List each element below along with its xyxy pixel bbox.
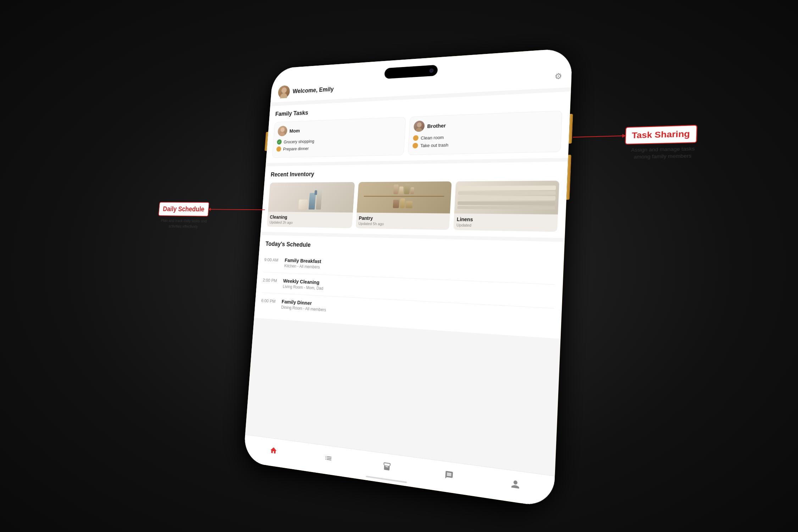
phone-screen: Welcome, Emily ⚙ Family Tasks Mom (243, 48, 572, 508)
pantry-image (356, 181, 452, 213)
task-done-icon: ✓ (277, 139, 282, 145)
schedule-time: 9:00 AM (264, 256, 281, 268)
linen-layer (458, 201, 555, 205)
task-item: Prepare dinner (276, 143, 400, 152)
mom-name: Mom (289, 128, 300, 133)
daily-schedule-title: Daily Schedule (163, 205, 205, 214)
shelf-row (393, 198, 413, 208)
shelf-row (393, 184, 414, 194)
task-pending-icon (413, 135, 419, 141)
linens-update: Updated (456, 223, 554, 229)
jar-icon (400, 198, 405, 208)
inventory-section: Recent Inventory Cleaning Updated 2h ago (261, 161, 568, 238)
tasks-icon (324, 453, 333, 464)
brother-header: Brother (414, 116, 557, 132)
cleaning-card[interactable]: Cleaning Updated 2h ago (267, 182, 355, 228)
daily-schedule-box: Daily Schedule (158, 202, 209, 216)
nav-home[interactable] (269, 445, 278, 455)
header-left: Welcome, Emily (278, 83, 334, 99)
family-tasks-section: Family Tasks Mom ✓ Grocery shopping (266, 92, 571, 163)
nav-tasks[interactable] (324, 453, 333, 464)
inventory-title: Recent Inventory (271, 168, 560, 178)
settings-icon[interactable]: ⚙ (554, 72, 563, 82)
cleaning-update: Updated 2h ago (269, 220, 349, 226)
callout-arrow (209, 209, 265, 210)
callout-arrow (573, 135, 625, 138)
linen-layer (458, 196, 556, 201)
jar-icon (399, 187, 404, 194)
home-icon (269, 445, 278, 455)
mom-header: Mom (277, 121, 401, 136)
task-label: Prepare dinner (283, 146, 309, 151)
spray-bottle-icon (309, 193, 316, 210)
cleaning-info: Cleaning Updated 2h ago (267, 212, 353, 228)
mom-avatar (277, 126, 287, 136)
task-item: Take out trash (412, 139, 556, 148)
pantry-info: Pantry Updated 5h ago (355, 212, 450, 230)
task-item: ✓ Grocery shopping (277, 136, 400, 145)
welcome-text: Welcome, Emily (293, 85, 334, 95)
task-label: Grocery shopping (283, 139, 314, 144)
inventory-grid: Cleaning Updated 2h ago (267, 181, 559, 232)
linens-info: Linens Updated (453, 214, 558, 232)
jar-icon (404, 184, 410, 194)
shelf-divider (364, 196, 444, 196)
cleaning-image (268, 182, 355, 212)
linen-layer (458, 185, 556, 190)
linens-name: Linens (457, 216, 555, 223)
task-sharing-title: Task Sharing (632, 129, 690, 140)
brother-avatar (414, 121, 425, 132)
jar-icon (393, 184, 399, 194)
linen-layer (458, 191, 556, 195)
daily-schedule-callout: Daily Schedule Plan and track daily task… (157, 202, 209, 230)
task-sharing-box: Task Sharing (625, 125, 697, 145)
task-sharing-desc: Assign and manage tasks among family mem… (624, 145, 702, 161)
schedule-section: Today's Schedule 9:00 AM Family Breakfas… (254, 235, 565, 339)
cloth-icon (298, 200, 308, 210)
jar-icon (410, 187, 414, 194)
pantry-name: Pantry (359, 215, 447, 222)
schedule-time: 2:00 PM (262, 277, 279, 289)
phone-scene: Welcome, Emily ⚙ Family Tasks Mom (243, 48, 572, 508)
front-camera (430, 68, 434, 73)
family-tasks-grid: Mom ✓ Grocery shopping Prepare dinner (272, 111, 562, 158)
pantry-update: Updated 5h ago (358, 221, 447, 227)
avatar (278, 85, 290, 99)
linen-layer (458, 206, 555, 210)
jar-icon (393, 200, 399, 208)
daily-schedule-desc: Plan and track daily tasks and activitie… (159, 218, 208, 230)
linens-image (454, 181, 559, 214)
linens-card[interactable]: Linens Updated (453, 181, 559, 232)
pantry-card[interactable]: Pantry Updated 5h ago (355, 181, 451, 230)
task-label: Clean room (421, 134, 444, 140)
brother-name: Brother (427, 122, 446, 129)
jar-icon (405, 201, 412, 208)
mom-card: Mom ✓ Grocery shopping Prepare dinner (272, 117, 406, 158)
task-sharing-callout: Task Sharing Assign and manage tasks amo… (624, 124, 702, 161)
